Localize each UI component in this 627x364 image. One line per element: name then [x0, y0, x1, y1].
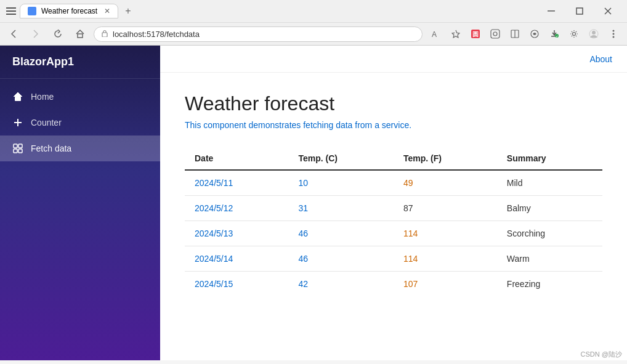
page-subtitle: This component demonstrates fetching dat…	[185, 120, 602, 130]
svg-rect-9	[102, 33, 107, 37]
cell-tempf: 107	[394, 272, 497, 297]
cell-tempf: 114	[394, 246, 497, 272]
tab-close-button[interactable]: ✕	[104, 7, 110, 15]
table-row: 2024/5/11 10 49 Mild	[185, 170, 602, 196]
page-content: Weather forecast This component demonstr…	[160, 73, 627, 316]
close-button[interactable]	[594, 1, 622, 21]
svg-point-23	[592, 31, 596, 34]
main-content: About Weather forecast This component de…	[160, 46, 627, 360]
edge-collections-icon[interactable]: 圆	[467, 25, 484, 42]
col-header-date: Date	[185, 147, 288, 170]
minimize-button[interactable]	[537, 1, 565, 21]
browser-menu-icon[interactable]	[5, 5, 17, 17]
browser-titlebar: Weather forecast ✕ +	[0, 0, 627, 22]
table-body: 2024/5/11 10 49 Mild 2024/5/12 31 87 Bal…	[185, 170, 602, 296]
table-row: 2024/5/15 42 107 Freezing	[185, 272, 602, 297]
cell-date: 2024/5/11	[185, 170, 288, 196]
svg-rect-13	[491, 30, 500, 38]
cell-tempc: 46	[288, 246, 394, 272]
svg-point-21	[573, 33, 576, 36]
cell-date: 2024/5/15	[185, 272, 288, 297]
back-button[interactable]	[5, 25, 22, 42]
read-mode-icon[interactable]: A	[427, 25, 445, 42]
counter-nav-icon	[12, 117, 23, 128]
url-text: localhost:5178/fetchdata	[113, 30, 415, 39]
table-row: 2024/5/12 31 87 Balmy	[185, 196, 602, 221]
cell-tempc: 42	[288, 272, 394, 297]
tab-title-text: Weather forecast	[41, 7, 99, 15]
forward-button[interactable]	[27, 25, 44, 42]
copilot-icon[interactable]	[526, 25, 543, 42]
lock-icon	[102, 30, 108, 39]
settings-icon[interactable]	[565, 25, 583, 42]
svg-rect-32	[14, 149, 17, 153]
sidebar-brand: BlazorApp1	[0, 46, 160, 79]
sidebar-nav: Home Counter Fetch data	[0, 79, 160, 360]
svg-rect-3	[29, 8, 35, 14]
download-icon[interactable]: ✓	[546, 25, 563, 42]
cell-tempc: 10	[288, 170, 394, 196]
col-header-tempf: Temp. (F)	[394, 147, 497, 170]
col-header-tempc: Temp. (C)	[288, 147, 394, 170]
refresh-button[interactable]	[49, 25, 67, 42]
cell-tempf: 87	[394, 196, 497, 221]
maximize-button[interactable]	[565, 1, 594, 21]
cell-tempc: 31	[288, 196, 394, 221]
top-bar: About	[160, 46, 627, 73]
svg-rect-31	[18, 144, 22, 148]
cell-date: 2024/5/12	[185, 196, 288, 221]
sidebar-item-home[interactable]: Home	[0, 84, 160, 110]
page-title: Weather forecast	[185, 92, 602, 115]
svg-text:圆: 圆	[472, 31, 479, 38]
svg-rect-8	[78, 34, 83, 38]
svg-rect-2	[6, 14, 16, 15]
svg-point-25	[613, 33, 615, 35]
tab-favicon	[28, 7, 36, 15]
col-header-summary: Summary	[497, 147, 602, 170]
svg-point-14	[493, 32, 497, 36]
browser-chrome: Weather forecast ✕ +	[0, 0, 627, 46]
toolbar-icons: A 圆 ✓	[427, 25, 622, 42]
more-options-icon[interactable]	[605, 25, 622, 42]
svg-text:A: A	[432, 30, 437, 38]
weather-table: Date Temp. (C) Temp. (F) Summary 2024/5/…	[185, 147, 602, 296]
svg-rect-0	[6, 7, 16, 9]
svg-point-26	[613, 36, 615, 38]
cell-summary: Mild	[497, 170, 602, 196]
cell-summary: Freezing	[497, 272, 602, 297]
address-bar[interactable]: localhost:5178/fetchdata	[94, 26, 423, 42]
svg-rect-1	[6, 10, 16, 12]
cell-summary: Scorching	[497, 221, 602, 246]
sidebar-item-counter-label: Counter	[31, 118, 62, 127]
cell-tempf: 114	[394, 221, 497, 246]
sidebar-item-counter[interactable]: Counter	[0, 110, 160, 135]
home-button[interactable]	[71, 25, 89, 42]
svg-point-24	[613, 30, 615, 32]
split-screen-icon[interactable]	[506, 25, 524, 42]
app-container: BlazorApp1 Home Counter Fetc	[0, 46, 627, 360]
sidebar-item-home-label: Home	[31, 92, 54, 102]
cell-date: 2024/5/13	[185, 221, 288, 246]
browser-essentials-icon[interactable]	[487, 25, 504, 42]
fetchdata-nav-icon	[12, 143, 23, 154]
window-controls	[537, 1, 622, 21]
browser-toolbar: localhost:5178/fetchdata A 圆 ✓	[0, 22, 627, 45]
svg-text:✓: ✓	[556, 34, 558, 38]
watermark: CSDN @陆沙	[581, 350, 622, 359]
new-tab-button[interactable]: +	[121, 4, 136, 18]
cell-tempc: 46	[288, 221, 394, 246]
svg-rect-27	[15, 97, 21, 101]
table-header: Date Temp. (C) Temp. (F) Summary	[185, 147, 602, 170]
svg-rect-33	[18, 149, 22, 153]
favorites-icon[interactable]	[447, 25, 464, 42]
browser-tab[interactable]: Weather forecast ✕	[20, 4, 118, 18]
table-row: 2024/5/13 46 114 Scorching	[185, 221, 602, 246]
cell-summary: Warm	[497, 246, 602, 272]
about-link[interactable]: About	[589, 54, 612, 64]
svg-rect-5	[576, 8, 583, 14]
home-nav-icon	[12, 91, 23, 102]
cell-summary: Balmy	[497, 196, 602, 221]
profile-icon[interactable]	[585, 25, 602, 42]
table-row: 2024/5/14 46 114 Warm	[185, 246, 602, 272]
sidebar-item-fetchdata[interactable]: Fetch data	[0, 135, 160, 161]
